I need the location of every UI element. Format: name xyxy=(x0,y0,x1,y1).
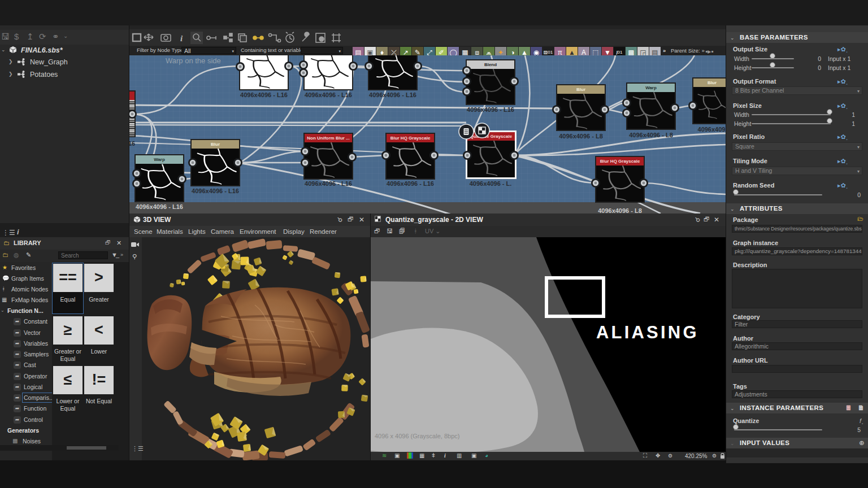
svg-text:4096 x 4096 (Grayscale, 8bpc): 4096 x 4096 (Grayscale, 8bpc) xyxy=(375,433,459,439)
svg-text:ALIASING: ALIASING xyxy=(596,323,699,342)
svg-text:i: i xyxy=(180,34,183,43)
